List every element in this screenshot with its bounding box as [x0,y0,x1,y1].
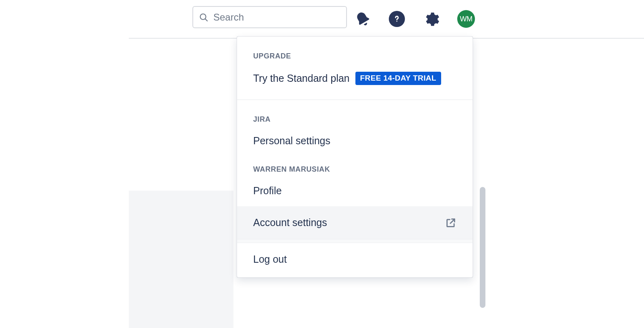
menu-item-logout[interactable]: Log out [237,243,473,277]
section-header-user: WARREN MARUSIAK [237,156,473,174]
menu-label: Account settings [253,217,327,228]
menu-item-try-standard[interactable]: Try the Standard plan FREE 14-DAY TRIAL [237,60,473,100]
menu-item-account-settings[interactable]: Account settings [237,206,473,239]
settings-gear-icon[interactable] [423,10,440,27]
trial-badge: FREE 14-DAY TRIAL [355,72,441,85]
search-icon [199,12,208,22]
svg-line-1 [205,19,207,21]
menu-label: Personal settings [253,135,330,147]
menu-item-personal-settings[interactable]: Personal settings [237,124,473,156]
profile-dropdown: UPGRADE Try the Standard plan FREE 14-DA… [237,36,473,278]
menu-label: Try the Standard plan [253,73,350,84]
avatar-initials: WM [460,15,473,23]
divider [237,239,473,243]
scrollbar-thumb[interactable] [480,187,485,308]
notifications-icon[interactable] [354,10,371,27]
help-icon[interactable] [389,11,405,27]
background-panel [129,191,233,328]
top-header: WM [0,0,644,38]
header-icons: WM [354,0,475,38]
page-scrollbar[interactable] [479,187,486,308]
header-divider [473,38,644,39]
svg-point-2 [396,21,398,22]
section-header-jira: JIRA [237,100,473,124]
menu-item-profile[interactable]: Profile [237,174,473,206]
external-link-icon [445,217,456,228]
avatar[interactable]: WM [457,10,475,28]
search-input[interactable] [213,12,341,23]
menu-label: Profile [253,185,282,197]
menu-label: Log out [253,253,287,265]
section-header-upgrade: UPGRADE [237,37,473,60]
header-divider [129,38,237,39]
search-box[interactable] [192,6,347,28]
